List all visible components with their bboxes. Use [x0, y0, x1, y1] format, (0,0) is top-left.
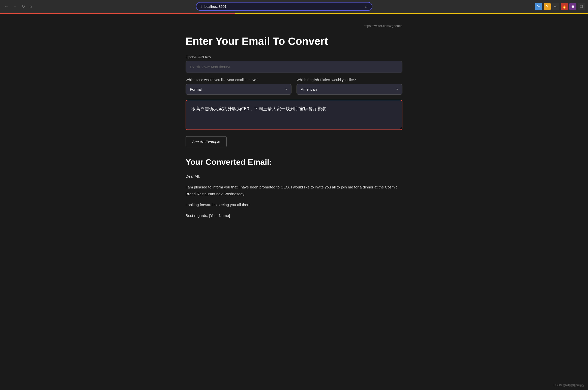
tone-label: Which tone would you like your email to … — [186, 78, 291, 82]
bookmark-icon[interactable]: ☆ — [364, 4, 368, 9]
api-key-section: OpenAI API Key — [186, 55, 402, 73]
refresh-button[interactable]: ↻ — [20, 3, 26, 10]
dialect-label: Which English Dialect would you like? — [297, 78, 402, 82]
dialect-dropdown-group: Which English Dialect would you like? Am… — [297, 78, 402, 95]
forward-button[interactable]: → — [12, 3, 19, 10]
extension-box[interactable]: ☐ — [578, 3, 585, 10]
address-bar[interactable]: ℹ localhost:8501 ☆ — [196, 2, 372, 11]
dialect-select[interactable]: American British Australian Indian — [297, 84, 402, 95]
home-button[interactable]: ⌂ — [28, 3, 34, 10]
browser-extensions: ON Y ∞ 🔥 ◉ ☐ — [535, 3, 585, 10]
email-greeting: Dear All, — [186, 173, 402, 180]
browser-chrome: ← → ↻ ⌂ ℹ localhost:8501 ☆ ON Y ∞ 🔥 ◉ ☐ — [0, 0, 588, 13]
page-title: Enter Your Email To Convert — [186, 35, 402, 47]
back-button[interactable]: ← — [3, 3, 10, 10]
extension-purple[interactable]: ◉ — [569, 3, 576, 10]
address-bar-info-icon: ℹ — [200, 5, 202, 9]
extension-infinity[interactable]: ∞ — [552, 3, 559, 10]
tone-select[interactable]: Formal Casual Friendly Professional — [186, 84, 291, 95]
see-example-button[interactable]: See An Example — [186, 136, 227, 147]
email-body1: I am pleased to inform you that I have b… — [186, 184, 402, 197]
api-key-label: OpenAI API Key — [186, 55, 402, 59]
email-body2: Looking forward to seeing you all there. — [186, 201, 402, 208]
footer-credit: CSDN @AI架构师易筋 — [553, 383, 584, 387]
extension-y[interactable]: Y — [544, 3, 551, 10]
email-textarea[interactable] — [186, 100, 402, 130]
address-bar-container: ℹ localhost:8501 ☆ — [196, 2, 372, 11]
nav-buttons: ← → ↻ ⌂ — [3, 3, 34, 10]
dropdowns-row: Which tone would you like your email to … — [186, 78, 402, 95]
tone-dropdown-group: Which tone would you like your email to … — [186, 78, 291, 95]
email-output: Dear All, I am pleased to inform you tha… — [186, 173, 402, 219]
converted-email-title: Your Converted Email: — [186, 157, 402, 167]
extension-fire[interactable]: 🔥 — [561, 3, 568, 10]
email-closing: Best regards, [Your Name] — [186, 212, 402, 219]
twitter-link[interactable]: https://twitter.com/zgpeace — [186, 24, 402, 28]
address-bar-url: localhost:8501 — [204, 5, 362, 9]
extension-on[interactable]: ON — [535, 3, 542, 10]
api-key-input[interactable] — [186, 61, 402, 73]
main-content: https://twitter.com/zgpeace Enter Your E… — [181, 14, 407, 233]
